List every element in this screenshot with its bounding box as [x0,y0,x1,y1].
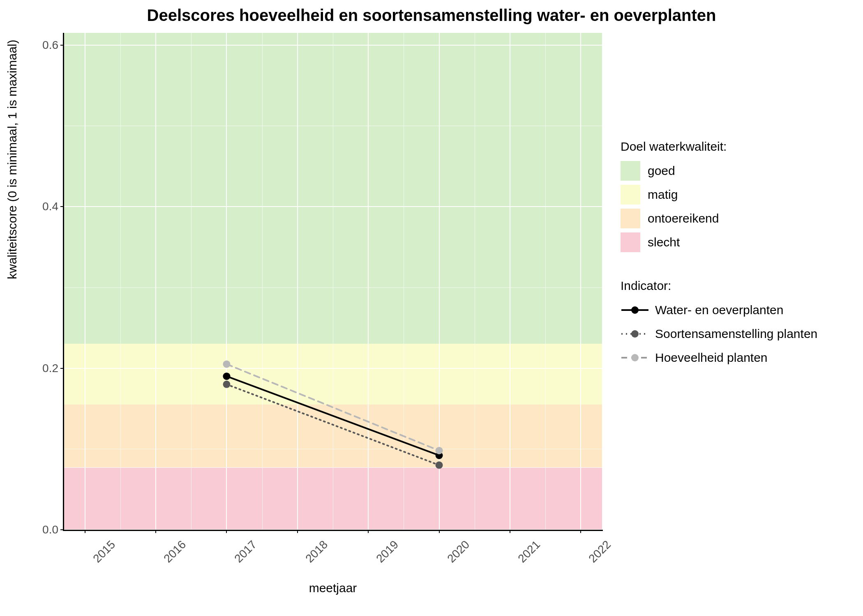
legend-bands-title: Doel waterkwaliteit: [621,140,817,154]
x-tick [510,530,510,533]
legend-swatch [621,209,640,228]
x-tick-label: 2022 [586,538,614,565]
x-tick [85,530,85,533]
series-line [226,384,439,465]
legend-series-item: Hoeveelheid planten [621,348,817,368]
chart-container: Deelscores hoeveelheid en soortensamenst… [0,0,863,616]
legend-swatch [621,161,640,181]
y-tick [60,368,64,369]
data-point [223,372,230,380]
x-tick [580,530,581,533]
legend-line-swatch [621,300,649,320]
data-point [223,361,230,368]
x-tick-label: 2017 [232,538,260,565]
svg-point-5 [631,354,639,361]
legend-band-item: slecht [621,232,817,252]
y-axis-line [63,33,64,531]
plot-area [64,33,602,530]
legend-line-swatch [621,348,649,368]
x-tick-label: 2021 [515,538,543,565]
x-axis-title: meetjaar [64,581,602,595]
legend-band-item: matig [621,185,817,205]
x-tick [297,530,298,533]
x-tick [155,530,156,533]
y-tick [60,206,64,207]
legend-series-item: Soortensamenstelling planten [621,324,817,344]
legend-line-swatch [621,324,649,344]
legend-band-label: ontoereikend [648,211,719,225]
data-point [436,462,443,469]
legend-band-item: ontoereikend [621,209,817,228]
legend-series-label: Soortensamenstelling planten [655,327,817,341]
y-tick-label: 0.4 [42,200,58,213]
y-tick-label: 0.2 [42,362,58,375]
legend-series-items: Water- en oeverplantenSoortensamenstelli… [621,300,817,368]
legend: Doel waterkwaliteit: goedmatigontoereike… [621,140,817,372]
legend-band-label: matig [648,188,678,202]
x-tick [368,530,369,533]
x-tick [439,530,440,533]
x-tick [226,530,227,533]
x-tick-label: 2018 [303,538,330,565]
legend-band-label: goed [648,164,675,178]
x-tick-label: 2020 [445,538,472,565]
legend-swatch [621,185,640,205]
y-axis-title: kwaliteitscore (0 is minimaal, 1 is maxi… [5,40,19,279]
series-line [226,364,439,451]
y-tick-label: 0.0 [42,523,58,536]
legend-band-item: goed [621,161,817,181]
svg-point-1 [631,306,639,314]
legend-series-label: Hoeveelheid planten [655,351,768,365]
x-tick-label: 2016 [161,538,189,565]
data-lines [64,33,602,530]
legend-series-item: Water- en oeverplanten [621,300,817,320]
series-line [226,376,439,455]
chart-title: Deelscores hoeveelheid en soortensamenst… [0,6,863,25]
y-tick [60,529,64,530]
data-point [223,381,230,388]
x-axis-line [63,530,603,531]
legend-swatch [621,232,640,252]
legend-series-label: Water- en oeverplanten [655,303,783,317]
y-tick [60,45,64,46]
data-point [436,447,443,454]
svg-point-3 [631,330,639,338]
legend-bands-items: goedmatigontoereikendslecht [621,161,817,252]
legend-band-label: slecht [648,235,680,249]
x-tick-label: 2015 [90,538,118,565]
y-tick-label: 0.6 [42,39,58,52]
x-tick-label: 2019 [374,538,401,565]
legend-series-title: Indicator: [621,279,817,293]
